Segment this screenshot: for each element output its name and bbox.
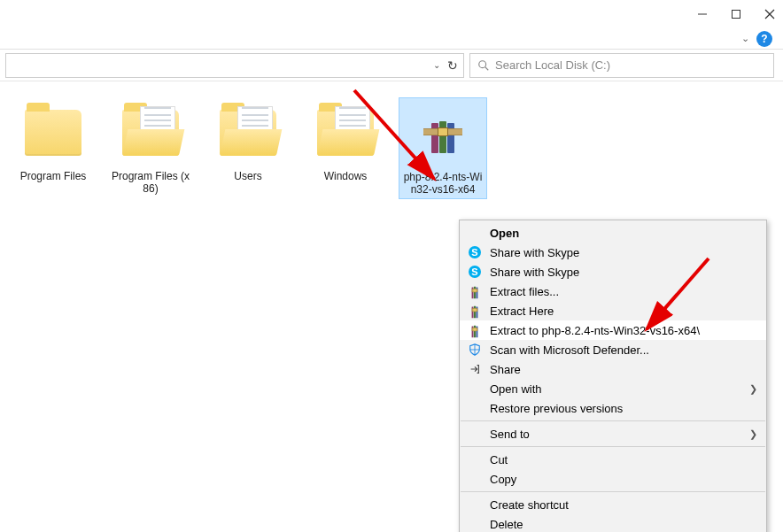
cm-delete[interactable]: Delete [460, 514, 766, 532]
file-view: Program Files Program Files (x86) Users … [0, 81, 783, 215]
folder-icon [220, 110, 276, 156]
cm-extract-to[interactable]: Extract to php-8.2.4-nts-Win32-vs16-x64\ [460, 320, 766, 340]
chevron-right-icon: ❯ [749, 383, 757, 395]
cm-extract-files[interactable]: Extract files... [460, 281, 766, 301]
cm-label: Cut [490, 453, 508, 466]
cm-cut[interactable]: Cut [460, 450, 766, 469]
skype-icon: S [469, 246, 481, 258]
skype-icon: S [469, 266, 481, 278]
refresh-icon[interactable]: ↻ [447, 58, 458, 73]
chevron-right-icon: ❯ [749, 428, 757, 440]
cm-copy[interactable]: Copy [460, 469, 766, 489]
chevron-down-icon[interactable]: ⌄ [741, 33, 749, 44]
cm-label: Scan with Microsoft Defender... [490, 343, 649, 357]
chevron-down-icon[interactable]: ⌄ [433, 60, 440, 70]
cm-label: Create shortcut [490, 498, 569, 512]
ribbon-toolbar: ⌄ ? [0, 28, 783, 50]
item-label: Users [204, 168, 292, 184]
cm-label: Share [490, 363, 521, 376]
cm-share-skype[interactable]: SShare with Skype [460, 262, 766, 281]
rar-archive-icon [472, 323, 478, 338]
search-input[interactable]: Search Local Disk (C:) [469, 53, 774, 78]
cm-label: Extract files... [490, 285, 559, 298]
cm-label: Share with Skype [490, 246, 579, 259]
cm-label: Restore previous versions [490, 402, 623, 415]
share-icon [469, 363, 481, 375]
item-label: php-8.2.4-nts-Win32-vs16-x64 [399, 169, 486, 198]
address-bar: ⌄ ↻ Search Local Disk (C:) [0, 50, 783, 81]
rar-archive-icon [472, 284, 478, 299]
window-controls [0, 0, 783, 28]
folder-item[interactable]: Program Files (x86) [106, 97, 195, 197]
folder-item[interactable]: Windows [301, 97, 390, 184]
cm-label: Copy [490, 473, 516, 486]
folder-item[interactable]: Program Files [9, 97, 97, 184]
defender-shield-icon [469, 343, 481, 356]
folder-icon [317, 110, 374, 156]
cm-label: Open [490, 227, 519, 240]
cm-scan-defender[interactable]: Scan with Microsoft Defender... [460, 340, 766, 359]
rar-archive-icon [423, 114, 462, 153]
cm-open[interactable]: Open [460, 223, 766, 243]
svg-rect-1 [733, 11, 740, 19]
cm-label: Send to [490, 428, 530, 441]
cm-share[interactable]: Share [460, 359, 766, 379]
cm-open-with[interactable]: Open with❯ [460, 379, 766, 398]
cm-share-skype[interactable]: SShare with Skype [460, 243, 766, 262]
cm-create-shortcut[interactable]: Create shortcut [460, 495, 766, 514]
close-button[interactable] [764, 8, 776, 20]
separator [461, 491, 765, 492]
folder-item[interactable]: Users [204, 97, 292, 184]
cm-restore-versions[interactable]: Restore previous versions [460, 398, 766, 418]
cm-label: Extract Here [490, 305, 554, 318]
cm-label: Delete [490, 518, 523, 531]
cm-label: Open with [490, 382, 542, 396]
folder-icon [25, 110, 81, 156]
search-icon [477, 59, 490, 72]
help-icon[interactable]: ? [756, 31, 772, 47]
item-label: Program Files (x86) [106, 168, 195, 197]
cm-label: Share with Skype [490, 266, 579, 279]
svg-line-5 [485, 66, 489, 70]
context-menu: Open SShare with Skype SShare with Skype… [459, 220, 767, 532]
folder-icon [122, 110, 179, 156]
archive-item-selected[interactable]: php-8.2.4-nts-Win32-vs16-x64 [399, 97, 487, 199]
maximize-button[interactable] [730, 8, 742, 20]
svg-point-4 [479, 60, 486, 67]
cm-label: Extract to php-8.2.4-nts-Win32-vs16-x64\ [490, 324, 700, 337]
path-box[interactable]: ⌄ ↻ [5, 53, 464, 78]
cm-extract-here[interactable]: Extract Here [460, 301, 766, 320]
separator [461, 446, 765, 447]
item-label: Windows [301, 168, 390, 184]
separator [461, 420, 765, 421]
minimize-button[interactable] [696, 8, 709, 20]
item-label: Program Files [9, 168, 97, 184]
cm-send-to[interactable]: Send to❯ [460, 424, 766, 443]
search-placeholder: Search Local Disk (C:) [495, 58, 610, 72]
rar-archive-icon [472, 304, 478, 319]
